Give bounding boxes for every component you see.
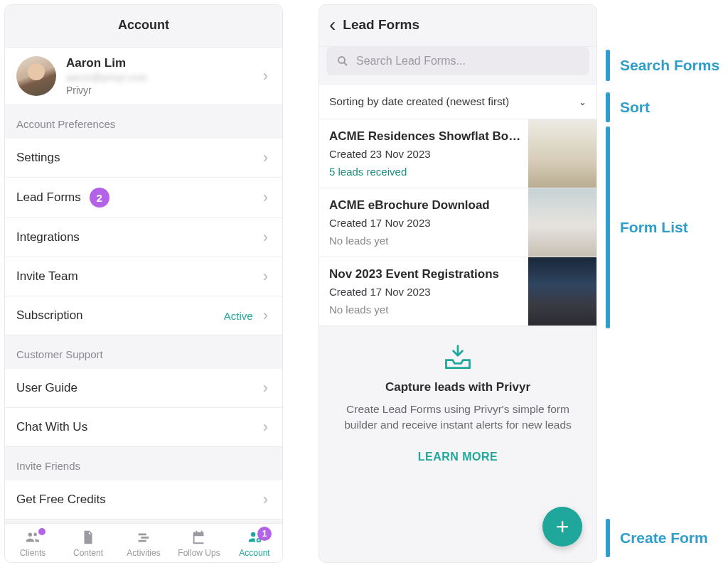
tab-followups[interactable]: Follow Ups [173,529,225,558]
tab-content[interactable]: Content [63,529,114,558]
chevron-down-icon: ⌄ [579,97,587,107]
back-icon[interactable]: ‹ [329,15,336,35]
form-created: Created 23 Nov 2023 [329,148,525,160]
tab-activities[interactable]: Activities [118,529,169,558]
inbox-download-icon [442,343,473,372]
form-created: Created 17 Nov 2023 [329,286,525,298]
svg-line-1 [344,63,347,65]
row-subscription[interactable]: Subscription Active › [5,296,282,335]
form-thumbnail [528,257,596,326]
tabbar: Clients Content Activities Follow Ups 1 … [5,523,282,562]
tab-label: Account [239,548,269,558]
sort-label: Sorting by date created (newest first) [329,95,509,108]
tab-clients[interactable]: Clients [7,529,58,558]
tab-label: Follow Ups [178,548,220,558]
row-label: Settings [16,151,60,165]
badge-account: 1 [257,527,272,541]
section-label-invite: Invite Friends [5,447,282,480]
chevron-right-icon: › [260,267,271,286]
form-thumbnail [528,188,596,257]
promo-title: Capture leads with Privyr [385,380,530,394]
annotation-create: Create Form [606,519,708,557]
annotation-search: Search Forms [606,50,719,81]
row-label: Integrations [16,230,80,244]
avatar [16,56,56,96]
profile-name: Aaron Lim [66,56,260,70]
create-form-fab[interactable]: + [542,507,582,547]
form-title: Nov 2023 Event Registrations [329,267,525,281]
row-label: Lead Forms [16,190,81,205]
form-title: ACME Residences Showflat Booki... [329,129,525,144]
chevron-right-icon: › [260,149,271,167]
form-created: Created 17 Nov 2023 [329,217,525,229]
row-lead-forms[interactable]: Lead Forms 2 › [5,178,282,218]
badge-lead-forms: 2 [90,188,109,208]
tab-label: Content [73,548,103,558]
profile-info: Aaron Lim aaron@privyr.com Privyr [66,56,260,96]
tab-label: Clients [20,548,46,558]
row-label: User Guide [16,381,77,395]
form-list-item[interactable]: ACME eBrochure Download Created 17 Nov 2… [319,188,596,257]
header: ‹ Lead Forms [319,5,596,47]
form-list-item[interactable]: ACME Residences Showflat Booki... Create… [319,119,596,188]
chevron-right-icon: › [260,67,271,85]
row-label: Invite Team [16,269,78,284]
sort-row[interactable]: Sorting by date created (newest first) ⌄ [319,84,596,119]
row-invite-team[interactable]: Invite Team › [5,257,282,296]
row-free-credits[interactable]: Get Free Credits › [5,480,282,520]
row-integrations[interactable]: Integrations › [5,218,282,257]
chevron-right-icon: › [260,188,271,207]
form-list-item[interactable]: Nov 2023 Event Registrations Created 17 … [319,257,596,326]
row-chat[interactable]: Chat With Us › [5,408,282,447]
tab-label: Activities [127,548,160,558]
profile-org: Privyr [66,85,260,96]
form-leads: No leads yet [329,235,525,247]
promo-desc: Create Lead Forms using Privyr's simple … [344,402,572,434]
header-title: Lead Forms [343,17,419,33]
annotation-sort: Sort [606,92,650,122]
section-label-preferences: Account Preferences [5,105,282,139]
search-icon [336,55,349,68]
form-leads: 5 leads received [329,166,525,178]
profile-row[interactable]: Aaron Lim aaron@privyr.com Privyr › [5,48,282,105]
form-thumbnail [528,119,596,188]
chevron-right-icon: › [260,379,271,397]
document-icon [80,529,96,545]
calendar-icon [191,529,207,545]
tab-account[interactable]: 1 Account [229,529,280,558]
promo-card: Capture leads with Privyr Create Lead Fo… [319,326,596,562]
row-label: Chat With Us [16,420,87,434]
header-title: Account [5,5,282,48]
chevron-right-icon: › [260,490,271,509]
section-label-support: Customer Support [5,335,282,369]
chevron-right-icon: › [260,418,271,436]
notification-dot-icon [38,528,46,535]
lead-forms-screen: ‹ Lead Forms Search Lead Forms... Sortin… [318,4,597,563]
form-title: ACME eBrochure Download [329,198,525,213]
subscription-status: Active [224,310,253,322]
chevron-right-icon: › [260,306,271,325]
annotation-list: Form List [606,127,688,328]
plus-icon: + [556,515,569,538]
profile-email: aaron@privyr.com [66,72,260,83]
row-user-guide[interactable]: User Guide › [5,369,282,408]
learn-more-link[interactable]: LEARN MORE [418,451,498,463]
account-screen: Account Aaron Lim aaron@privyr.com Privy… [4,4,283,563]
row-label: Subscription [16,308,83,323]
row-settings[interactable]: Settings › [5,139,282,178]
search-placeholder: Search Lead Forms... [356,55,466,68]
svg-point-0 [338,57,345,63]
chevron-right-icon: › [260,228,271,247]
search-input[interactable]: Search Lead Forms... [326,47,589,75]
form-leads: No leads yet [329,303,525,316]
row-label: Get Free Credits [16,493,106,507]
list-icon [136,529,151,545]
